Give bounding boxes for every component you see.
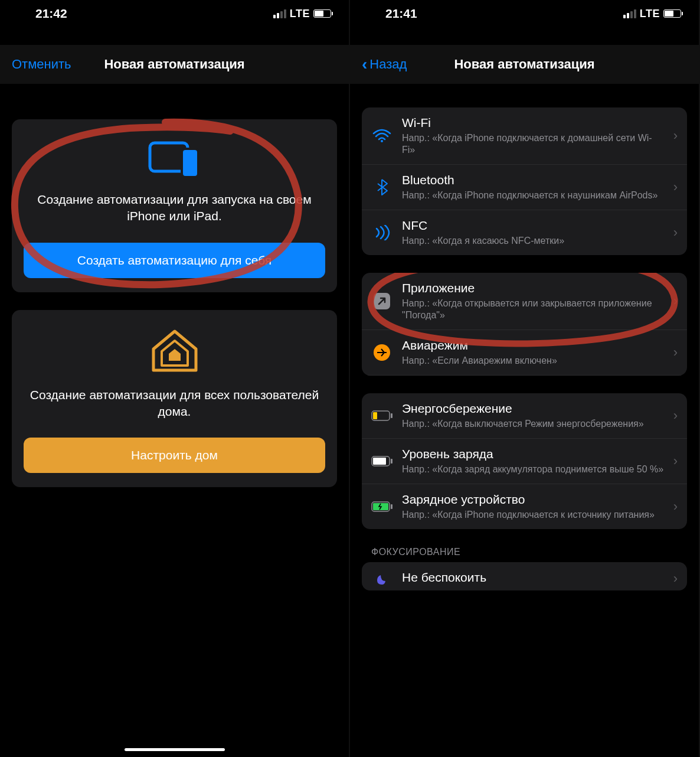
signal-icon [273,9,286,18]
trigger-group-app: Приложение Напр.: «Когда открывается или… [362,273,687,376]
nfc-icon [370,225,394,240]
devices-icon [24,137,325,180]
chevron-right-icon: › [673,225,678,240]
row-sub: Напр.: «Когда выключается Режим энергосб… [402,418,665,430]
home-icon [24,328,325,375]
lowpower-icon [370,410,394,421]
wifi-icon [370,129,394,143]
chevron-right-icon: › [673,345,678,360]
row-wifi[interactable]: Wi-Fi Напр.: «Когда iPhone подключается … [362,107,687,165]
row-airplane[interactable]: Авиарежим Напр.: «Если Авиарежим включен… [362,330,687,376]
battery-icon [663,9,681,18]
row-nfc[interactable]: NFC Напр.: «Когда я касаюсь NFC-метки» › [362,210,687,255]
battery-icon [313,9,331,18]
status-time: 21:42 [35,6,67,21]
status-time: 21:41 [385,6,417,21]
personal-automation-card: Создание автоматизации для запуска на св… [12,119,337,292]
left-screenshot: 21:42 LTE Отменить Новая автоматизация С… [0,0,350,757]
status-right: LTE [273,8,331,20]
chevron-right-icon: › [673,408,678,423]
svg-rect-1 [182,149,198,177]
svg-rect-7 [373,412,377,419]
row-title: Уровень заряда [402,447,665,461]
content: Создание автоматизации для запуска на св… [0,84,349,517]
row-sub: Напр.: «Когда я касаюсь NFC-метки» [402,235,665,247]
charger-icon [370,501,394,512]
row-title: Авиарежим [402,338,665,353]
signal-icon [623,9,636,18]
home-indicator[interactable] [125,748,225,751]
row-charger[interactable]: Зарядное устройство Напр.: «Когда iPhone… [362,484,687,529]
back-button[interactable]: ‹ Назад [362,55,407,74]
chevron-right-icon: › [673,293,678,309]
row-title: Энергосбережение [402,402,665,416]
row-app[interactable]: Приложение Напр.: «Когда открывается или… [362,273,687,330]
content[interactable]: Wi-Fi Напр.: «Когда iPhone подключается … [350,84,699,602]
setup-home-button[interactable]: Настроить дом [24,438,325,473]
row-sub: Напр.: «Если Авиарежим включен» [402,355,665,367]
row-sub: Напр.: «Когда iPhone подключается к науш… [402,190,665,201]
svg-rect-10 [373,458,386,465]
row-title: Wi-Fi [402,116,665,130]
app-icon [370,292,394,311]
row-dnd[interactable]: Не беспокоить › [362,562,687,590]
svg-point-2 [381,140,383,142]
row-sub: Напр.: «Когда iPhone подключается к дома… [402,132,665,156]
row-title: Зарядное устройство [402,492,665,507]
row-batterylevel[interactable]: Уровень заряда Напр.: «Когда заряд аккум… [362,439,687,484]
personal-desc: Создание автоматизации для запуска на св… [24,191,325,225]
svg-rect-9 [391,459,392,464]
chevron-right-icon: › [673,128,678,143]
battery-level-icon [370,456,394,466]
status-bar: 21:41 LTE [350,0,699,27]
trigger-group-battery: Энергосбережение Напр.: «Когда выключает… [362,393,687,529]
chevron-right-icon: › [673,571,678,586]
create-personal-button[interactable]: Создать автоматизацию для себя [24,243,325,278]
network-label: LTE [640,8,660,20]
row-title: Приложение [402,281,665,295]
trigger-group-connectivity: Wi-Fi Напр.: «Когда iPhone подключается … [362,107,687,255]
chevron-right-icon: › [673,453,678,469]
bluetooth-icon [370,178,394,196]
trigger-group-focus: Не беспокоить › [362,562,687,590]
nav-bar: ‹ Назад Новая автоматизация [350,45,699,84]
cancel-button[interactable]: Отменить [12,57,71,72]
chevron-right-icon: › [673,499,678,514]
row-sub: Напр.: «Когда заряд аккумулятора подниме… [402,464,665,475]
status-right: LTE [623,8,681,20]
row-title: NFC [402,218,665,233]
row-bluetooth[interactable]: Bluetooth Напр.: «Когда iPhone подключае… [362,165,687,210]
airplane-icon [370,344,394,361]
chevron-right-icon: › [673,180,678,195]
row-title: Не беспокоить [402,570,665,585]
network-label: LTE [290,8,310,20]
home-automation-card: Создание автоматизации для всех пользова… [12,310,337,488]
chevron-left-icon: ‹ [362,55,367,74]
home-desc: Создание автоматизации для всех пользова… [24,387,325,420]
svg-rect-6 [391,413,392,418]
nav-bar: Отменить Новая автоматизация [0,45,349,84]
row-lowpower[interactable]: Энергосбережение Напр.: «Когда выключает… [362,393,687,439]
dnd-icon [370,570,394,587]
row-sub: Напр.: «Когда iPhone подключается к исто… [402,509,665,521]
row-title: Bluetooth [402,173,665,187]
row-sub: Напр.: «Когда открывается или закрываетс… [402,298,665,321]
svg-rect-12 [391,504,392,509]
section-header-focus: ФОКУСИРОВАНИЕ [362,547,687,562]
status-bar: 21:42 LTE [0,0,349,27]
right-screenshot: 21:41 LTE ‹ Назад Новая автоматизация Wi… [350,0,700,757]
